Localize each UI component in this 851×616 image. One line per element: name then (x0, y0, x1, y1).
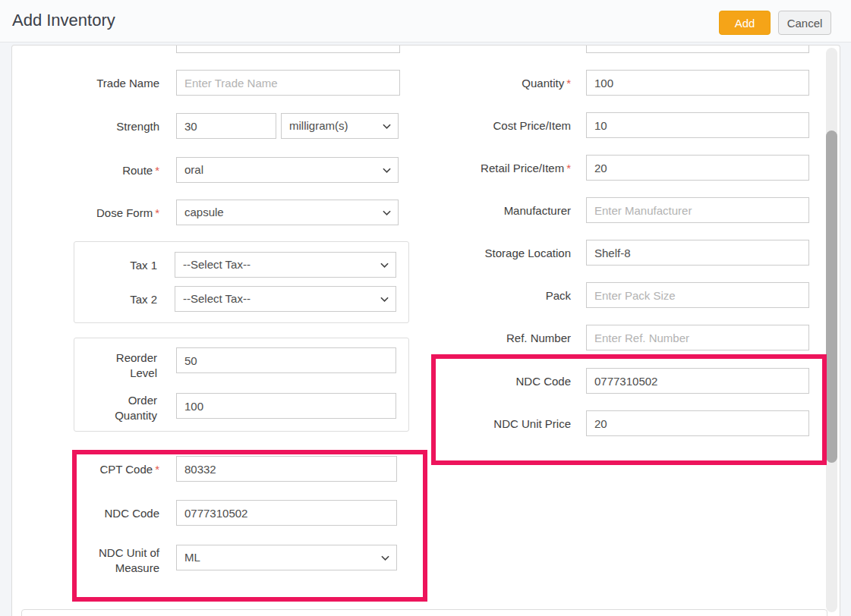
chevron-down-icon (383, 124, 391, 130)
product-id-input-clipped[interactable] (176, 45, 400, 53)
pack-input[interactable] (586, 282, 809, 308)
tax1-select[interactable]: --Select Tax-- (175, 252, 396, 278)
required-marker: * (566, 162, 571, 174)
chevron-down-icon (383, 168, 391, 174)
quantity-input[interactable] (586, 70, 809, 96)
strength-label: Strength (87, 119, 159, 134)
required-marker: * (155, 463, 159, 476)
ndc-unit-price-input[interactable] (586, 410, 809, 436)
cpt-code-label: CPT Code* (84, 462, 159, 477)
required-marker: * (155, 164, 159, 177)
ndc-code-label-right: NDC Code (437, 374, 571, 389)
ndc-code-input-left[interactable] (176, 500, 397, 526)
route-select[interactable]: oral (176, 157, 399, 183)
ndc-code-input-right[interactable] (586, 368, 809, 394)
strength-input[interactable] (176, 113, 276, 139)
cost-price-item-label: Cost Price/Item (437, 118, 571, 134)
reorder-level-label: Reorder Level (98, 350, 157, 381)
scrollbar-thumb[interactable] (826, 130, 837, 463)
page-header: Add Inventory Add Cancel (0, 0, 851, 42)
cpt-code-input[interactable] (176, 456, 397, 482)
page-title: Add Inventory (12, 11, 115, 30)
trade-name-input[interactable] (176, 70, 400, 96)
add-button[interactable]: Add (719, 11, 771, 35)
quantity-label: Quantity* (437, 76, 571, 91)
tax2-label: Tax 2 (98, 292, 157, 307)
reorder-level-input[interactable] (176, 347, 396, 373)
chevron-down-icon (381, 555, 389, 561)
ndc-code-label-left: NDC Code (87, 506, 159, 521)
ndc-unit-of-measure-select[interactable]: ML (176, 545, 397, 570)
route-label: Route* (87, 163, 159, 178)
cost-price-item-input[interactable] (586, 112, 809, 138)
chevron-down-icon (380, 262, 389, 269)
top-right-input-clipped[interactable] (586, 45, 809, 53)
trade-name-label: Trade Name (87, 76, 159, 91)
required-marker: * (566, 77, 571, 90)
add-inventory-form-panel: Trade Name Strength milligram(s) Route* … (11, 45, 840, 616)
chevron-down-icon (383, 210, 391, 216)
retail-price-item-label: Retail Price/Item* (437, 161, 571, 176)
storage-location-label: Storage Location (437, 246, 571, 261)
dose-form-label: Dose Form* (87, 206, 159, 221)
storage-location-input[interactable] (586, 240, 809, 266)
cancel-button[interactable]: Cancel (778, 11, 831, 35)
ndc-unit-price-label: NDC Unit Price (437, 416, 571, 432)
ndc-unit-of-measure-label: NDC Unit of Measure (94, 545, 159, 576)
required-marker: * (155, 206, 159, 219)
order-quantity-input[interactable] (176, 393, 396, 419)
tax2-select[interactable]: --Select Tax-- (175, 286, 396, 312)
order-quantity-label: Order Quantity (98, 393, 157, 423)
dose-form-select[interactable]: capsule (176, 200, 399, 225)
ref-number-label: Ref. Number (437, 331, 571, 346)
chevron-down-icon (380, 297, 389, 303)
strength-unit-select[interactable]: milligram(s) (281, 113, 399, 139)
retail-price-item-input[interactable] (586, 155, 809, 181)
ref-number-input[interactable] (586, 325, 809, 350)
next-section-box (21, 609, 827, 616)
manufacturer-input[interactable] (586, 197, 809, 223)
manufacturer-label: Manufacturer (437, 203, 571, 218)
pack-label: Pack (437, 288, 571, 303)
tax1-label: Tax 1 (98, 258, 157, 273)
